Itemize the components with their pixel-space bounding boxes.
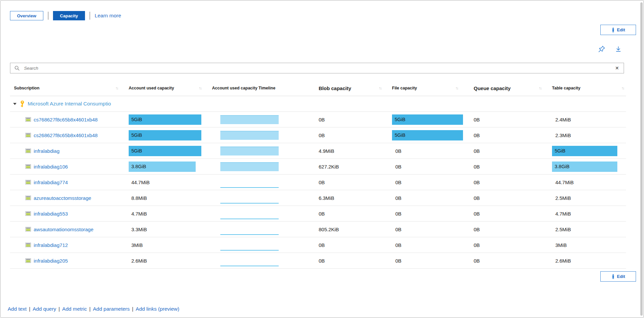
storage-account-link[interactable]: infralabdiag712 — [34, 242, 68, 248]
subscription-cell: infralabdiag205 — [10, 253, 129, 268]
sort-icon[interactable]: ↑↓ — [539, 86, 542, 90]
edit-button-top[interactable]: Edit — [600, 25, 636, 35]
subscription-cell: infralabdiag553 — [10, 206, 129, 221]
storage-account-icon — [25, 227, 31, 232]
capacity-value: 3MiB — [129, 242, 143, 248]
capacity-value: 0B — [392, 258, 401, 264]
account-used-capacity-cell: 3MiB — [129, 237, 212, 253]
pin-button[interactable] — [597, 45, 606, 53]
account-used-capacity-timeline-cell — [212, 206, 315, 221]
capacity-value: 4.7MiB — [129, 211, 147, 217]
table-capacity-cell: 4.7MiB — [552, 206, 626, 221]
storage-account-link[interactable]: infralabdiag106 — [34, 164, 68, 170]
timeline-sparkline — [220, 203, 279, 204]
table-capacity-cell: 3.8GiB — [552, 159, 626, 174]
file-capacity-cell: 0B — [392, 206, 469, 221]
blob-capacity-cell: 0B — [315, 175, 392, 190]
capacity-value: 44.7MiB — [552, 180, 574, 185]
add-add-links-preview-link[interactable]: Add links (preview) — [136, 306, 179, 312]
collapse-caret-icon[interactable] — [13, 103, 17, 105]
add-add-text-link[interactable]: Add text — [8, 306, 27, 312]
download-button[interactable] — [614, 45, 623, 53]
subscription-group-link[interactable]: Microsoft Azure Internal Consumptio — [28, 101, 111, 107]
storage-account-link[interactable]: infralabdiag — [34, 148, 60, 154]
blob-capacity-cell: 627.2KiB — [315, 159, 392, 174]
storage-account-link[interactable]: infralabdiag553 — [34, 211, 68, 217]
storage-account-link[interactable]: azureautoacctomsstorage — [34, 195, 91, 201]
tab-separator — [90, 12, 90, 20]
tab-overview[interactable]: Overview — [10, 11, 43, 20]
account-used-capacity-cell: 5GiB — [129, 127, 212, 143]
storage-account-icon — [25, 164, 31, 169]
add-add-parameters-link[interactable]: Add parameters — [93, 306, 130, 312]
storage-account-link[interactable]: cs768627f8c65b8x4601xb48 — [34, 117, 98, 122]
edit-button-bottom[interactable]: Edit — [600, 271, 636, 282]
queue-capacity-cell: 0B — [469, 127, 552, 143]
link-separator: | — [89, 306, 91, 312]
blob-capacity-cell: 4.9MiB — [315, 143, 392, 158]
column-header-account-used-capacity[interactable]: Account used capacity ↑↓ — [129, 80, 212, 96]
timeline-area-chart — [220, 162, 279, 171]
capacity-value: 0B — [392, 195, 401, 201]
capacity-bar: 5GiB — [392, 114, 463, 125]
capacity-value: 2.4MiB — [552, 117, 571, 122]
account-used-capacity-timeline-cell — [212, 237, 315, 253]
vertical-scrollbar[interactable] — [640, 2, 643, 316]
timeline-sparkline — [220, 187, 279, 188]
account-used-capacity-timeline-cell — [212, 253, 315, 268]
column-header-account-used-capacity-timeline[interactable]: Account used capacity Timeline — [212, 80, 315, 96]
storage-account-icon — [25, 242, 31, 248]
sort-icon[interactable]: ↑↓ — [622, 86, 624, 90]
subscription-group-row: Microsoft Azure Internal Consumptio — [10, 96, 626, 112]
table-capacity-cell: 3MiB — [552, 237, 626, 253]
search-input[interactable] — [23, 65, 614, 71]
file-capacity-cell: 0B — [392, 143, 469, 158]
sort-icon[interactable]: ↑↓ — [456, 86, 458, 90]
capacity-value: 2.5MiB — [552, 227, 571, 232]
storage-account-link[interactable]: awsautomationomsstorage — [34, 227, 93, 232]
column-header-table-capacity[interactable]: Table capacity ↑↓ — [552, 80, 626, 96]
capacity-bar: 5GiB — [552, 146, 617, 156]
account-used-capacity-timeline-cell — [212, 175, 315, 190]
table-capacity-cell: 2.5MiB — [552, 190, 626, 206]
storage-account-link[interactable]: infralabdiag205 — [34, 258, 68, 264]
column-header-blob-capacity[interactable]: Blob capacity ↑↓ — [315, 80, 392, 96]
sort-icon[interactable]: ↑↓ — [116, 86, 118, 90]
column-header-file-capacity[interactable]: File capacity ↑↓ — [392, 80, 469, 96]
account-used-capacity-cell: 8.8MiB — [129, 190, 212, 206]
timeline-sparkline — [220, 219, 279, 219]
add-add-query-link[interactable]: Add query — [33, 306, 56, 312]
queue-capacity-cell: 0B — [469, 175, 552, 190]
queue-capacity-cell: 0B — [469, 190, 552, 206]
subscription-cell: awsautomationomsstorage — [10, 222, 129, 237]
storage-account-link[interactable]: infralabdiag774 — [34, 180, 68, 185]
table-row: azureautoacctomsstorage 8.8MiB 6.3MiB 0B… — [10, 190, 626, 206]
storage-account-icon — [25, 180, 31, 185]
tab-capacity[interactable]: Capacity — [53, 11, 85, 20]
account-used-capacity-cell: 2.6MiB — [129, 253, 212, 268]
queue-capacity-cell: 0B — [469, 237, 552, 253]
search-icon — [14, 65, 20, 71]
table-capacity-cell: 2.5MiB — [552, 222, 626, 237]
pencil-icon — [611, 27, 615, 32]
add-add-metric-link[interactable]: Add metric — [62, 306, 87, 312]
capacity-value: 2.6MiB — [552, 258, 571, 264]
column-header-queue-capacity[interactable]: Queue capacity ↑↓ — [469, 80, 552, 96]
file-capacity-cell: 0B — [392, 237, 469, 253]
file-capacity-cell: 0B — [392, 175, 469, 190]
sort-icon[interactable]: ↑↓ — [379, 86, 382, 90]
column-header-subscription[interactable]: Subscription ↑↓ — [10, 80, 129, 96]
blob-capacity-cell: 0B — [315, 127, 392, 143]
clear-search-icon[interactable]: ✕ — [614, 65, 620, 71]
table-row: infralabdiag205 2.6MiB 0B 0B 0B 2.6MiB — [10, 253, 626, 269]
learn-more-link[interactable]: Learn more — [95, 13, 121, 19]
storage-account-link[interactable]: cs268627f8c65b8x4601xb48 — [34, 132, 98, 138]
storage-account-icon — [25, 117, 31, 122]
subscription-cell: cs268627f8c65b8x4601xb48 — [10, 127, 129, 143]
file-capacity-cell: 0B — [392, 222, 469, 237]
account-used-capacity-cell: 5GiB — [129, 112, 212, 127]
account-used-capacity-timeline-cell — [212, 159, 315, 174]
sort-icon[interactable]: ↑↓ — [199, 86, 202, 90]
table-row: infralabdiag106 3.8GiB 627.2KiB 0B 0B 3.… — [10, 159, 626, 175]
azure-workbook-capacity-page: Overview Capacity Learn more Edit — [0, 0, 644, 318]
